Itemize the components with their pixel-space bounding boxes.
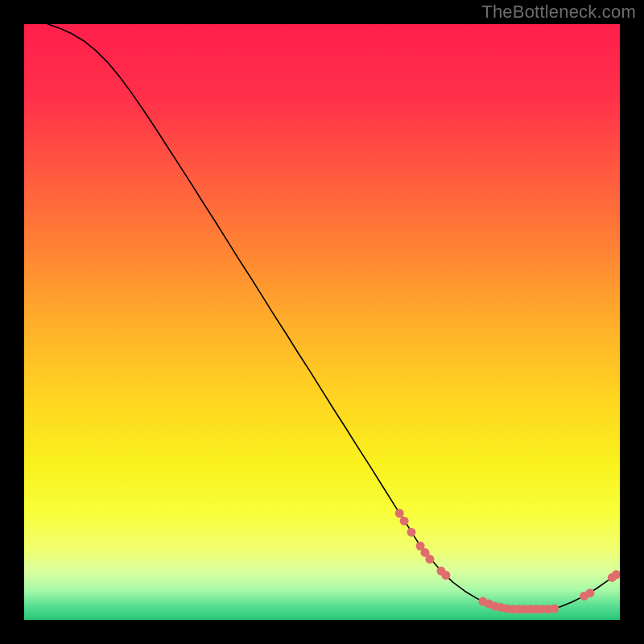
chart-marker (407, 528, 416, 537)
chart-svg (24, 24, 620, 620)
chart-marker (550, 604, 559, 613)
chart-marker (395, 509, 404, 518)
chart-plot-area (24, 24, 620, 620)
chart-marker (441, 571, 450, 580)
chart-marker (400, 517, 409, 526)
watermark-text: TheBottleneck.com (481, 2, 636, 23)
chart-marker (586, 588, 595, 597)
chart-line-curve (48, 24, 617, 609)
chart-marker (425, 555, 434, 564)
chart-markers (395, 509, 620, 613)
